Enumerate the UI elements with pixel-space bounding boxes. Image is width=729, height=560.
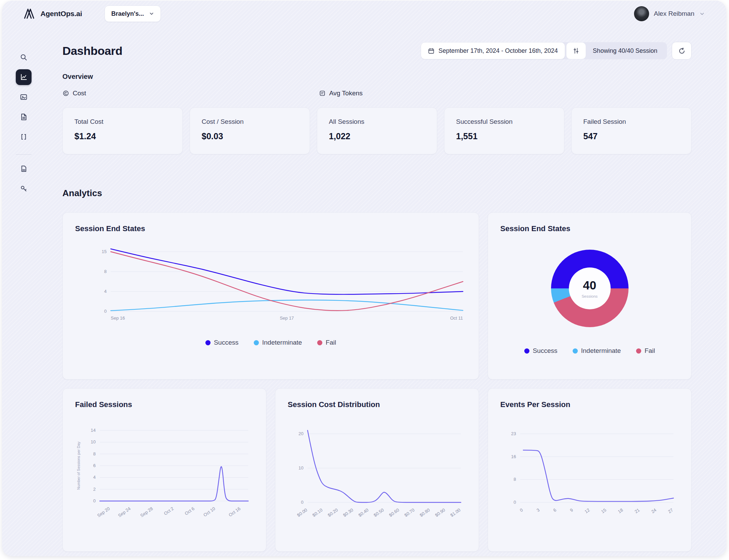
y-tick-label: 0 bbox=[514, 500, 516, 505]
legend-label: Success bbox=[214, 339, 239, 346]
stat-value: 547 bbox=[583, 131, 680, 141]
chart-title: Session End States bbox=[75, 224, 466, 233]
series-failed-sessions bbox=[100, 467, 248, 501]
sidebar-item-docs[interactable] bbox=[16, 161, 32, 177]
legend-dot bbox=[317, 340, 322, 345]
x-tick-label: 9 bbox=[569, 507, 574, 513]
series-sessions bbox=[308, 430, 461, 502]
y-tick-label: 8 bbox=[93, 451, 96, 456]
x-tick-label: Sep 17 bbox=[280, 315, 294, 321]
session-end-states-line-chart: 15840Sep 16Sep 17Oct 11 bbox=[75, 239, 467, 331]
legend-label: Success bbox=[533, 347, 558, 355]
x-tick-label: 21 bbox=[634, 507, 641, 514]
stat-label: All Sessions bbox=[329, 118, 425, 126]
legend-dot bbox=[573, 348, 578, 354]
key-icon bbox=[20, 184, 28, 193]
legend-label: Fail bbox=[645, 347, 655, 355]
legend-item-success: Success bbox=[524, 347, 558, 355]
search-icon bbox=[20, 53, 28, 61]
events-per-session-card: Events Per Session 231680036912151821242… bbox=[488, 388, 692, 552]
legend-item-fail: Fail bbox=[317, 339, 336, 346]
refresh-button[interactable] bbox=[672, 42, 692, 60]
sidebar-item-traces[interactable] bbox=[16, 129, 32, 145]
sidebar bbox=[2, 27, 45, 556]
brand-name: AgentOps.ai bbox=[40, 10, 82, 18]
token-icon bbox=[319, 90, 326, 97]
chart-title: Events Per Session bbox=[500, 400, 679, 409]
gallery-icon bbox=[20, 93, 28, 101]
y-tick-label: 15 bbox=[102, 249, 107, 254]
x-tick-label: Oct 16 bbox=[228, 506, 241, 517]
session-cost-distribution-card: Session Cost Distribution 20100$0.00$0.1… bbox=[275, 388, 479, 552]
stat-value: 1,022 bbox=[329, 131, 425, 141]
project-selector[interactable]: Braelyn's... bbox=[105, 5, 160, 22]
legend-dot bbox=[205, 340, 211, 345]
session-end-states-donut-chart: 40 Sessions bbox=[551, 250, 629, 327]
stat-card-cost-per-session: Cost / Session $0.03 bbox=[190, 107, 310, 154]
stat-label: Total Cost bbox=[74, 118, 171, 126]
legend-dot bbox=[636, 348, 641, 354]
legend-item-indeterminate: Indeterminate bbox=[573, 347, 621, 355]
refresh-icon bbox=[678, 47, 685, 55]
x-tick-label: $0.90 bbox=[434, 507, 446, 518]
avg-tokens-group[interactable]: Avg Tokens bbox=[319, 90, 363, 97]
series-events bbox=[523, 450, 673, 501]
y-tick-label: 6 bbox=[93, 463, 96, 468]
app-window: AgentOps.ai Braelyn's... Alex Reibman bbox=[2, 1, 726, 556]
x-tick-label: Sep 20 bbox=[96, 506, 111, 518]
stat-card-total-cost: Total Cost $1.24 bbox=[62, 107, 183, 154]
chart-title: Session End States bbox=[500, 224, 570, 233]
chart-title: Failed Sessions bbox=[75, 400, 254, 409]
x-tick-label: Sep 28 bbox=[139, 506, 154, 518]
y-tick-label: 2 bbox=[93, 487, 96, 492]
donut-center: 40 Sessions bbox=[569, 267, 611, 309]
user-menu[interactable]: Alex Reibman bbox=[634, 6, 705, 21]
sidebar-item-analytics[interactable] bbox=[16, 69, 32, 85]
legend-item-success: Success bbox=[205, 339, 239, 346]
chart-legend: SuccessIndeterminateFail bbox=[524, 347, 655, 355]
overview-stat-cards: Total Cost $1.24 Cost / Session $0.03 Al… bbox=[62, 107, 692, 154]
x-tick-label: Oct 6 bbox=[184, 506, 195, 516]
stat-value: 1,551 bbox=[456, 131, 552, 141]
sidebar-item-sessions[interactable] bbox=[16, 89, 32, 105]
chart-title: Session Cost Distribution bbox=[288, 400, 466, 409]
x-tick-label: 18 bbox=[617, 507, 624, 514]
x-tick-label: $0.00 bbox=[296, 507, 308, 518]
cost-group-label: Cost bbox=[73, 90, 86, 97]
y-tick-label: 10 bbox=[299, 465, 303, 470]
x-tick-label: $0.30 bbox=[342, 507, 354, 518]
x-tick-label: $0.70 bbox=[403, 507, 415, 518]
x-tick-label: $0.50 bbox=[373, 507, 385, 518]
x-tick-label: 0 bbox=[519, 507, 524, 513]
showing-sessions-label: Showing 40/40 Session bbox=[586, 42, 667, 59]
session-end-states-line-card: Session End States 15840Sep 16Sep 17Oct … bbox=[62, 212, 479, 380]
y-tick-label: 4 bbox=[93, 475, 96, 480]
sidebar-divider bbox=[16, 154, 32, 155]
events-per-session-chart: 2316800369121518212427 bbox=[500, 413, 680, 537]
cost-group[interactable]: Cost bbox=[62, 90, 86, 97]
docs-icon bbox=[20, 165, 28, 173]
filter-button[interactable] bbox=[566, 42, 586, 59]
date-range-picker[interactable]: September 17th, 2024 - October 16th, 202… bbox=[421, 42, 565, 59]
sidebar-item-api-keys[interactable] bbox=[16, 181, 32, 196]
x-tick-label: 15 bbox=[600, 507, 607, 514]
chevron-down-icon bbox=[149, 11, 154, 16]
chart-legend: SuccessIndeterminateFail bbox=[75, 339, 466, 346]
x-tick-label: $0.10 bbox=[311, 507, 323, 518]
stat-label: Failed Session bbox=[583, 118, 680, 126]
failed-sessions-chart: 141086420Number of Sessions per DaySep 2… bbox=[75, 413, 254, 537]
legend-item-fail: Fail bbox=[636, 347, 655, 355]
y-tick-label: 0 bbox=[93, 498, 96, 503]
sidebar-item-projects[interactable] bbox=[16, 109, 32, 125]
stat-card-failed-session: Failed Session 547 bbox=[571, 107, 692, 154]
y-tick-label: 0 bbox=[301, 500, 303, 505]
line-chart-icon bbox=[20, 73, 28, 81]
sidebar-item-search[interactable] bbox=[16, 49, 32, 65]
legend-label: Fail bbox=[326, 339, 336, 346]
x-tick-label: Oct 11 bbox=[450, 315, 463, 321]
x-tick-label: Oct 2 bbox=[163, 506, 175, 516]
donut-center-label: Sessions bbox=[582, 294, 598, 298]
y-tick-label: 20 bbox=[299, 431, 303, 436]
y-tick-label: 8 bbox=[104, 269, 107, 274]
x-tick-label: 3 bbox=[536, 507, 541, 513]
